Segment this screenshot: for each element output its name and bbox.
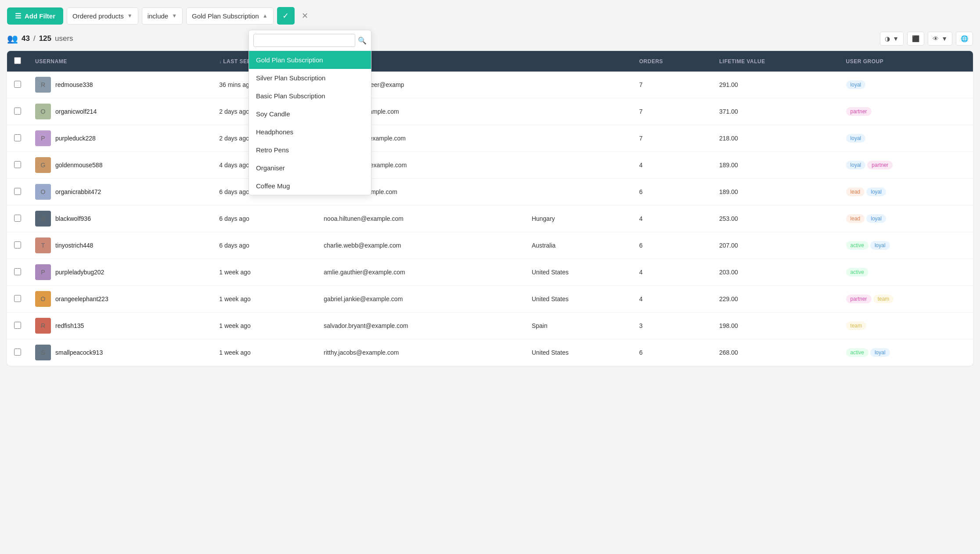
table-row[interactable]: Ppurpleladybug2021 week agoamlie.gauthie…	[7, 259, 973, 286]
user-cell: Ttinyostrich448	[28, 232, 212, 259]
last-seen-cell: 1 week ago	[212, 313, 317, 339]
filter-field-select[interactable]: Ordered products ▼	[67, 7, 138, 25]
row-checkbox[interactable]	[14, 108, 21, 115]
user-group-cell: active	[839, 259, 973, 286]
select-all-checkbox[interactable]	[14, 57, 21, 64]
globe-button[interactable]: 🌐	[956, 32, 973, 46]
username-label: redfish135	[55, 322, 84, 329]
row-checkbox[interactable]	[14, 215, 21, 222]
users-table: USERNAME ↓LAST SEEN E-MAIL ORDERS LIFETI…	[7, 51, 973, 366]
dropdown-search-container: 🔍	[249, 30, 371, 51]
row-checkbox-cell	[7, 179, 28, 205]
users-icon: 👥	[7, 33, 18, 44]
row-checkbox[interactable]	[14, 81, 21, 88]
table-body: Rredmouse33836 mins agosuradj.vandersche…	[7, 72, 973, 366]
user-group-cell: leadloyal	[839, 179, 973, 205]
row-checkbox[interactable]	[14, 295, 21, 302]
email-cell: amlie.gauthier@example.com	[317, 259, 525, 286]
add-filter-button[interactable]: ☰ Add Filter	[7, 7, 63, 25]
dropdown-item[interactable]: Basic Plan Subscription	[249, 87, 371, 105]
dropdown-item[interactable]: Silver Plan Subscription	[249, 69, 371, 87]
row-checkbox-cell	[7, 286, 28, 313]
username-label: organicrabbit472	[55, 188, 101, 195]
chevron-up-icon: ▲	[263, 13, 268, 19]
dropdown-list: Gold Plan SubscriptionSilver Plan Subscr…	[249, 51, 371, 195]
close-icon: ✕	[302, 11, 308, 20]
username-label: purpleladybug202	[55, 269, 104, 276]
chevron-down-icon: ▼	[172, 13, 177, 19]
username-label: organicwolf214	[55, 108, 97, 115]
lifetime-value-cell: 198.00	[712, 313, 839, 339]
avatar: R	[35, 318, 51, 334]
eye-button[interactable]: 👁 ▼	[928, 32, 952, 46]
row-checkbox[interactable]	[14, 188, 21, 195]
row-checkbox-cell	[7, 125, 28, 152]
orders-cell: 6	[632, 179, 712, 205]
row-checkbox[interactable]	[14, 161, 21, 168]
table-row[interactable]: Ssmallpeacock9131 week agoritthy.jacobs@…	[7, 339, 973, 366]
last-seen-cell: 1 week ago	[212, 286, 317, 313]
stats-bar: 👥 43 / 125 users ◑ ▼ ⬛ 👁 ▼ 🌐	[7, 32, 973, 46]
filter-confirm-button[interactable]: ✓	[277, 7, 295, 25]
filter-operator-select[interactable]: include ▼	[142, 7, 183, 25]
user-group-cell: leadloyal	[839, 205, 973, 232]
dropdown-item[interactable]: Organiser	[249, 159, 371, 177]
row-checkbox[interactable]	[14, 349, 21, 356]
table-row[interactable]: Ggoldenmouse5884 days agojeremy.ramirez@…	[7, 152, 973, 179]
orders-cell: 7	[632, 125, 712, 152]
table-row[interactable]: Oorangeelephant2231 week agogabriel.jank…	[7, 286, 973, 313]
lifetime-value-cell: 371.00	[712, 98, 839, 125]
table-row[interactable]: Oorganicwolf2142 days agomike.garrett@ex…	[7, 98, 973, 125]
col-orders: ORDERS	[632, 51, 712, 72]
user-cell: Oorangeelephant223	[28, 286, 212, 313]
avatar: B	[35, 211, 51, 227]
chart-view-button[interactable]: ◑ ▼	[880, 32, 904, 46]
table-row[interactable]: Rredmouse33836 mins agosuradj.vandersche…	[7, 72, 973, 98]
lifetime-value-cell: 268.00	[712, 339, 839, 366]
table-row[interactable]: Oorganicrabbit4726 days agoniilo.pesola@…	[7, 179, 973, 205]
dropdown-item[interactable]: Retro Pens	[249, 141, 371, 159]
user-cell: Ggoldenmouse588	[28, 152, 212, 179]
username-label: purpleduck228	[55, 135, 96, 142]
row-checkbox[interactable]	[14, 134, 21, 141]
row-checkbox[interactable]	[14, 268, 21, 275]
dropdown-search-input[interactable]	[253, 34, 355, 47]
filter-close-button[interactable]: ✕	[298, 9, 312, 22]
table-row[interactable]: Rredfish1351 week agosalvador.bryant@exa…	[7, 313, 973, 339]
row-checkbox[interactable]	[14, 241, 21, 248]
row-checkbox-cell	[7, 339, 28, 366]
checkmark-icon: ✓	[282, 11, 289, 21]
dropdown-item[interactable]: Soy Candle	[249, 105, 371, 123]
user-cell: Ppurpleduck228	[28, 125, 212, 152]
badge-active: active	[846, 348, 868, 357]
export-button[interactable]: ⬛	[907, 32, 924, 46]
row-checkbox-cell	[7, 152, 28, 179]
orders-cell: 7	[632, 98, 712, 125]
filter-value-select[interactable]: Gold Plan Subscription ▲	[186, 7, 273, 25]
table-row[interactable]: Ttinyostrich4486 days agocharlie.webb@ex…	[7, 232, 973, 259]
table-actions: ◑ ▼ ⬛ 👁 ▼ 🌐	[880, 32, 973, 46]
row-checkbox[interactable]	[14, 322, 21, 329]
badge-loyal: loyal	[846, 134, 866, 143]
user-group-cell: loyalpartner	[839, 152, 973, 179]
badge-lead: lead	[846, 214, 865, 223]
dropdown-item[interactable]: Coffee Mug	[249, 177, 371, 195]
badge-partner: partner	[846, 295, 872, 303]
country-cell: Spain	[525, 313, 632, 339]
table-row[interactable]: Bblackwolf9366 days agonooa.hiltunen@exa…	[7, 205, 973, 232]
avatar: P	[35, 130, 51, 146]
badge-active: active	[846, 241, 868, 250]
badge-partner: partner	[846, 107, 872, 116]
username-label: redmouse338	[55, 81, 93, 88]
dropdown-item[interactable]: Headphones	[249, 123, 371, 141]
badge-active: active	[846, 268, 868, 277]
globe-icon: 🌐	[961, 35, 968, 42]
username-label: smallpeacock913	[55, 349, 103, 356]
table-row[interactable]: Ppurpleduck2282 days agotracy.campbell@e…	[7, 125, 973, 152]
filter-bar: ☰ Add Filter Ordered products ▼ include …	[7, 7, 973, 25]
dropdown-item[interactable]: Gold Plan Subscription	[249, 51, 371, 69]
username-label: orangeelephant223	[55, 295, 108, 302]
user-group-cell: loyal	[839, 72, 973, 98]
lifetime-value-cell: 189.00	[712, 152, 839, 179]
user-group-cell: activeloyal	[839, 232, 973, 259]
